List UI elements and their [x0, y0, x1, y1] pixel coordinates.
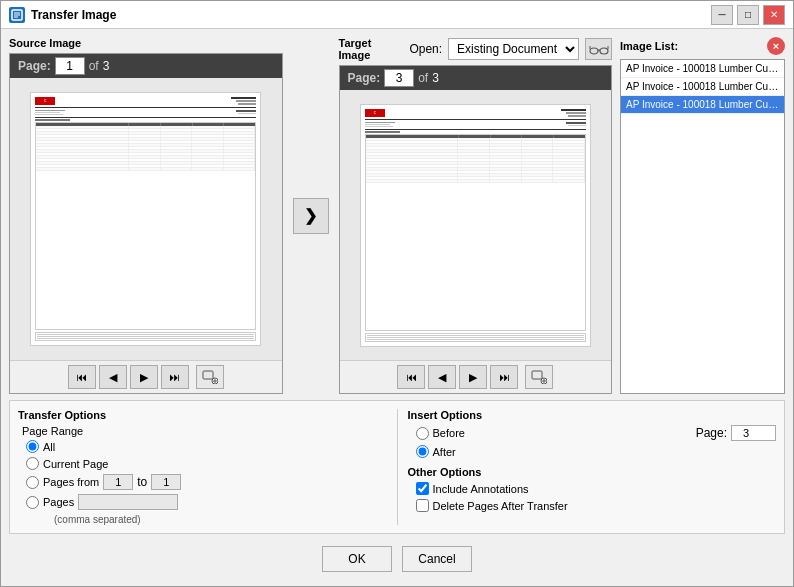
opt-all-label: All [43, 441, 55, 453]
target-add-btn[interactable] [525, 365, 553, 389]
target-last-btn[interactable]: ⏭ [490, 365, 518, 389]
minimize-button[interactable]: ─ [711, 5, 733, 25]
target-page-of: of [418, 71, 428, 85]
target-doc-preview: C [340, 90, 612, 360]
chk-delete-row: Delete Pages After Transfer [416, 499, 777, 512]
image-list-label: Image List: [620, 40, 678, 52]
cancel-button[interactable]: Cancel [402, 546, 472, 572]
target-page-total: 3 [432, 71, 439, 85]
image-list-container: AP Invoice - 100018 Lumber Cuts - AP Inv… [620, 59, 785, 394]
divider-1 [397, 409, 398, 525]
panels-container: Source Image Page: of 3 C [9, 37, 785, 394]
source-label: Source Image [9, 37, 283, 49]
opt-pages-row: Pages [26, 494, 387, 510]
image-list-panel: Image List: × AP Invoice - 100018 Lumber… [620, 37, 785, 394]
pages-to-input[interactable] [151, 474, 181, 490]
source-nav-bar: ⏮ ◀ ▶ ⏭ [10, 360, 282, 393]
opt-pages-label: Pages [43, 496, 74, 508]
target-nav-bar: ⏮ ◀ ▶ ⏭ [340, 360, 612, 393]
options-section: Transfer Options Page Range All Current … [9, 400, 785, 534]
list-item[interactable]: AP Invoice - 100018 Lumber Cuts - [621, 96, 784, 114]
close-button[interactable]: ✕ [763, 5, 785, 25]
target-panel: Target Image Open: Existing Document New… [339, 37, 613, 394]
insert-options-title: Insert Options [408, 409, 777, 421]
chk-annotations-label: Include Annotations [433, 483, 529, 495]
chk-delete-label: Delete Pages After Transfer [433, 500, 568, 512]
chk-annotations-input[interactable] [416, 482, 429, 495]
target-header: Target Image Open: Existing Document New… [339, 37, 613, 61]
page-range-label: Page Range [22, 425, 387, 437]
to-label: to [137, 475, 147, 489]
target-page-input[interactable] [384, 69, 414, 87]
list-item[interactable]: AP Invoice - 100018 Lumber Cuts - [621, 60, 784, 78]
opt-pages-from-radio[interactable] [26, 476, 39, 489]
source-first-btn[interactable]: ⏮ [68, 365, 96, 389]
source-page-label: Page: [18, 59, 51, 73]
transfer-image-window: Transfer Image ─ □ ✕ Source Image Page: … [0, 0, 794, 587]
insert-page-label: Page: [696, 426, 727, 440]
insert-after-row: After [416, 445, 777, 458]
target-page-bar: Page: of 3 [340, 66, 612, 90]
pages-from-input[interactable] [103, 474, 133, 490]
ins-before-radio[interactable] [416, 427, 429, 440]
window-icon [9, 7, 25, 23]
svg-rect-4 [203, 371, 213, 379]
other-options-group: Include Annotations Delete Pages After T… [416, 482, 777, 512]
maximize-button[interactable]: □ [737, 5, 759, 25]
insert-options-group: Before Page: After [416, 425, 777, 458]
doc-header: C [35, 97, 256, 108]
target-page-label: Page: [348, 71, 381, 85]
source-add-btn[interactable] [196, 365, 224, 389]
insert-page-spinner[interactable] [731, 425, 776, 441]
other-options-title: Other Options [408, 466, 777, 478]
list-item[interactable]: AP Invoice - 100018 Lumber Cuts - [621, 78, 784, 96]
target-doc-header: C [365, 109, 586, 120]
opt-pages-from-row: Pages from to [26, 474, 387, 490]
comma-note: (comma separated) [54, 514, 387, 525]
opt-current-label: Current Page [43, 458, 108, 470]
target-label: Target Image [339, 37, 404, 61]
transfer-options-title: Transfer Options [18, 409, 387, 421]
target-first-btn[interactable]: ⏮ [397, 365, 425, 389]
ins-after-label: After [433, 446, 456, 458]
target-doc-thumbnail: C [360, 104, 591, 347]
opt-all-row: All [26, 440, 387, 453]
target-open-label: Open: [409, 42, 442, 56]
chk-annotations-row: Include Annotations [416, 482, 777, 495]
source-page-of: of [89, 59, 99, 73]
window-controls: ─ □ ✕ [711, 5, 785, 25]
target-border: Page: of 3 C [339, 65, 613, 394]
page-range-options: All Current Page Pages from to [26, 440, 387, 525]
ins-after-radio[interactable] [416, 445, 429, 458]
opt-all-radio[interactable] [26, 440, 39, 453]
window-title: Transfer Image [31, 8, 705, 22]
window-content: Source Image Page: of 3 C [1, 29, 793, 586]
target-prev-btn[interactable]: ◀ [428, 365, 456, 389]
target-view-button[interactable] [585, 38, 612, 60]
source-page-input[interactable] [55, 57, 85, 75]
transfer-options: Transfer Options Page Range All Current … [18, 409, 387, 525]
opt-current-radio[interactable] [26, 457, 39, 470]
svg-point-9 [600, 48, 608, 54]
source-doc-preview: C [10, 78, 282, 360]
target-next-btn[interactable]: ▶ [459, 365, 487, 389]
svg-point-8 [590, 48, 598, 54]
source-border: Page: of 3 C [9, 53, 283, 394]
transfer-button[interactable]: ❯ [293, 198, 329, 234]
target-open-dropdown[interactable]: Existing Document New Document [448, 38, 579, 60]
dialog-buttons: OK Cancel [9, 540, 785, 578]
opt-pages-radio[interactable] [26, 496, 39, 509]
ok-button[interactable]: OK [322, 546, 392, 572]
source-panel: Source Image Page: of 3 C [9, 37, 283, 394]
target-doc-logo: C [365, 109, 385, 117]
image-list-close-btn[interactable]: × [767, 37, 785, 55]
pages-custom-input[interactable] [78, 494, 178, 510]
chk-delete-input[interactable] [416, 499, 429, 512]
source-doc-thumbnail: C [30, 92, 261, 346]
source-next-btn[interactable]: ▶ [130, 365, 158, 389]
doc-logo: C [35, 97, 55, 105]
opt-pages-from-label: Pages from [43, 476, 99, 488]
opt-current-row: Current Page [26, 457, 387, 470]
source-prev-btn[interactable]: ◀ [99, 365, 127, 389]
source-last-btn[interactable]: ⏭ [161, 365, 189, 389]
